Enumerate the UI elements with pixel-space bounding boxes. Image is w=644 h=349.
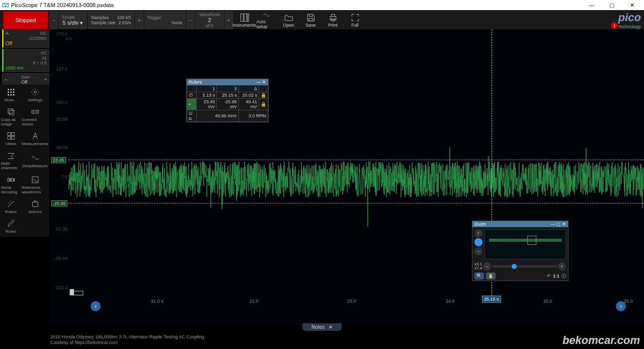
- rulers-button[interactable]: Rulers: [1, 197, 21, 216]
- pan-tool-button[interactable]: ✋: [486, 272, 496, 280]
- zoom-info-icon[interactable]: ⓘ: [561, 273, 566, 280]
- maximize-button[interactable]: ▢: [602, 0, 622, 10]
- horizontal-ruler-2[interactable]: -25.96: [68, 203, 644, 203]
- app-icon: [2, 2, 9, 9]
- serial-decoding-button[interactable]: Serial decoding: [1, 173, 21, 196]
- overview-marker-icon[interactable]: [69, 289, 84, 298]
- notes-button[interactable]: Notes: [1, 217, 21, 236]
- notes-tab[interactable]: Notes✕: [302, 323, 342, 331]
- waveform-selector[interactable]: Waveform 2 of 2: [196, 11, 224, 29]
- reference-waveforms-button[interactable]: Reference waveforms: [22, 173, 48, 196]
- more-button[interactable]: More...: [1, 86, 21, 104]
- brand-logo: pico Technology 1: [618, 11, 641, 29]
- zoom-reset-button[interactable]: 1:1: [553, 273, 559, 278]
- svg-rect-25: [11, 136, 14, 139]
- channel-b-control[interactable]: AC x1 8 ÷ 0.5 ±500 mV: [2, 49, 49, 72]
- zoom-y-in-button[interactable]: +: [474, 229, 482, 237]
- zoom-x-slider[interactable]: [492, 265, 557, 267]
- deep-measure-button[interactable]: DeepMeasure: [22, 149, 48, 172]
- undo-zoom-button[interactable]: ↶: [547, 273, 551, 278]
- svg-point-8: [10, 89, 12, 90]
- settings-button[interactable]: Settings: [22, 86, 48, 104]
- svg-point-21: [36, 111, 37, 112]
- rulers-close-icon[interactable]: ✕: [262, 80, 266, 85]
- instruments-button[interactable]: Instruments: [234, 11, 255, 29]
- zoom-close-icon[interactable]: ✕: [562, 222, 566, 227]
- svg-rect-5: [331, 14, 335, 16]
- waveform-prev-button[interactable]: −: [187, 11, 195, 29]
- svg-point-20: [33, 111, 34, 112]
- views-button[interactable]: Views: [1, 129, 21, 148]
- print-button[interactable]: Print: [323, 11, 343, 29]
- rulers-panel[interactable]: Rulers— ✕ 12Δ ⏱5.13 s25.15 s20.02 s🔒 ▪23…: [186, 79, 269, 122]
- svg-rect-1: [240, 14, 243, 22]
- notes-close-icon[interactable]: ✕: [329, 324, 333, 330]
- copy-image-button[interactable]: Copy as image: [1, 105, 21, 128]
- measurements-button[interactable]: Measurements: [22, 129, 48, 148]
- channel-a-control[interactable]: ADC CC650A Off: [2, 29, 49, 48]
- sidebar: More... Settings Copy as image Connect d…: [0, 85, 49, 237]
- svg-rect-26: [32, 177, 38, 183]
- svg-point-16: [34, 91, 36, 94]
- svg-rect-3: [247, 14, 249, 22]
- svg-rect-27: [32, 202, 38, 206]
- watermark: bekomcar.com: [562, 334, 640, 347]
- zoom-x-in-button[interactable]: +: [558, 262, 566, 270]
- svg-point-11: [10, 92, 12, 93]
- scroll-left-button[interactable]: ‹: [91, 301, 101, 311]
- fullscreen-button[interactable]: Full: [345, 11, 365, 29]
- svg-point-13: [8, 94, 9, 96]
- svg-rect-17: [8, 109, 13, 113]
- svg-rect-24: [8, 136, 11, 139]
- svg-rect-2: [244, 14, 247, 22]
- lock-icon[interactable]: 🔒: [259, 99, 268, 110]
- samples-info[interactable]: Samples100 kS Sample rate2 kS/s: [88, 11, 134, 29]
- svg-rect-23: [11, 132, 14, 135]
- svg-point-7: [8, 89, 9, 90]
- close-button[interactable]: ✕: [622, 0, 642, 10]
- svg-rect-19: [32, 110, 39, 113]
- run-stop-button[interactable]: Stopped: [3, 11, 48, 29]
- zoom-minimize-icon[interactable]: —: [550, 222, 555, 227]
- svg-rect-4: [330, 17, 336, 20]
- scope-timebase[interactable]: Scope 5 s/div ▾: [59, 11, 87, 29]
- waveform-next-button[interactable]: +: [225, 11, 233, 29]
- save-button[interactable]: Save: [301, 11, 321, 29]
- scope-plus-button[interactable]: +: [135, 11, 143, 29]
- zoom-overview[interactable]: [485, 229, 566, 259]
- auto-setup-button[interactable]: Auto setup: [257, 11, 277, 29]
- window-title: PicoScope 7 T&M 20240913-0008.psdata: [11, 2, 114, 8]
- rulers-minimize-icon[interactable]: —: [256, 80, 261, 85]
- channel-panel: ADC CC650A Off AC x1 8 ÷ 0.5 ±500 mV − G…: [2, 29, 49, 87]
- svg-point-10: [8, 92, 9, 93]
- horizontal-ruler-1[interactable]: 23.45: [68, 160, 644, 160]
- svg-point-14: [10, 94, 12, 96]
- toolbar: Stopped − Scope 5 s/div ▾ Samples100 kS …: [0, 10, 644, 30]
- notes-content: 2016 Honda Odyssey 189,000km 3.7L Altern…: [50, 334, 204, 346]
- svg-point-12: [13, 92, 14, 93]
- titlebar: PicoScope 7 T&M 20240913-0008.psdata — ▢…: [0, 0, 644, 10]
- lock-icon[interactable]: 🔒: [259, 92, 268, 99]
- minimize-button[interactable]: —: [582, 0, 602, 10]
- scope-minus-button[interactable]: −: [50, 11, 58, 29]
- zoom-maximize-icon[interactable]: ▢: [556, 222, 560, 227]
- svg-rect-29: [70, 289, 74, 295]
- connect-device-button[interactable]: Connect device: [22, 105, 48, 128]
- vertical-ruler-tag: 25.15 s: [482, 296, 501, 303]
- svg-rect-22: [8, 132, 11, 135]
- svg-point-15: [13, 94, 14, 96]
- trigger-control[interactable]: Trigger None: [144, 11, 186, 29]
- zoom-tool-button[interactable]: 🔍: [474, 272, 484, 280]
- zoom-y-handle[interactable]: [474, 238, 482, 246]
- gen-plus-button[interactable]: +: [44, 77, 47, 82]
- zoom-y-out-button[interactable]: −: [474, 247, 482, 255]
- svg-rect-18: [10, 110, 14, 115]
- svg-point-9: [13, 89, 14, 90]
- zoom-panel[interactable]: Zoom— ▢ ✕ + − x3.1x7.4 − + 🔍 ✋ ↶ 1:1 ⓘ: [472, 221, 569, 281]
- zoom-x-out-button[interactable]: −: [483, 262, 491, 270]
- open-button[interactable]: Open: [279, 11, 299, 29]
- math-channels-button[interactable]: Math channels: [1, 149, 21, 172]
- actions-button[interactable]: Actions: [22, 197, 48, 216]
- gen-minus-button[interactable]: −: [5, 77, 7, 82]
